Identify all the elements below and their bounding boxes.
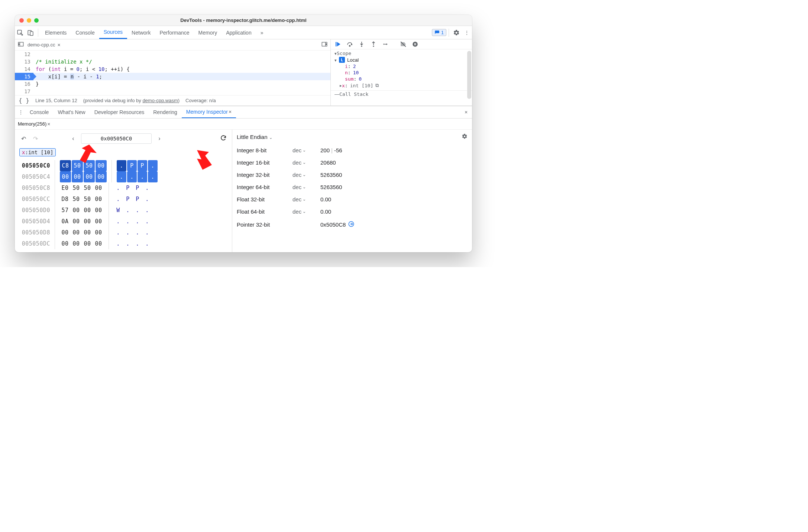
hex-byte[interactable]: 00 <box>96 171 107 182</box>
hex-byte[interactable]: 00 <box>71 238 82 249</box>
tab-console[interactable]: Console <box>71 26 99 39</box>
close-file-icon[interactable]: × <box>57 42 60 48</box>
value-format-select[interactable]: dec ⌄ <box>293 159 320 166</box>
value-format-select[interactable]: dec ⌄ <box>293 147 320 153</box>
hex-byte[interactable]: 50 <box>84 160 95 171</box>
settings-icon[interactable] <box>451 29 462 36</box>
hex-byte[interactable]: 00 <box>71 216 82 227</box>
scope-variable[interactable]: i:2 <box>331 63 472 69</box>
hex-byte[interactable]: 00 <box>96 160 107 171</box>
hex-row[interactable]: 005050C400000000.... <box>19 171 227 182</box>
hex-view[interactable]: 005050C0C8505000.PP.005050C400000000....… <box>19 160 227 249</box>
hex-byte[interactable]: 00 <box>93 194 104 205</box>
more-tabs-button[interactable]: » <box>256 26 268 39</box>
minimize-window-button[interactable] <box>27 18 31 23</box>
code-line[interactable]: 15 x[i] = n - i - 1; <box>15 73 330 80</box>
inspect-icon[interactable] <box>15 29 25 36</box>
resume-icon[interactable] <box>334 41 342 48</box>
scope-section-header[interactable]: Scope <box>331 50 472 56</box>
jump-to-pointer-icon[interactable] <box>348 221 355 228</box>
hex-byte[interactable]: 50 <box>82 194 93 205</box>
close-drawer-tab-icon[interactable]: × <box>229 109 232 115</box>
hex-byte[interactable]: 00 <box>82 227 93 238</box>
zoom-window-button[interactable] <box>34 18 39 23</box>
code-line[interactable]: 17 <box>15 88 330 95</box>
hex-byte[interactable]: 50 <box>71 182 82 194</box>
step-icon[interactable] <box>381 42 390 47</box>
pretty-print-icon[interactable]: { } <box>19 97 29 104</box>
hex-byte[interactable]: 00 <box>59 227 71 238</box>
code-editor[interactable]: 1213/* initialize x */14for (int i = 0; … <box>15 51 330 95</box>
step-into-icon[interactable] <box>358 41 366 47</box>
issues-badge[interactable]: 1 <box>432 29 446 36</box>
drawer-tab-console[interactable]: Console <box>25 106 53 118</box>
tab-elements[interactable]: Elements <box>41 26 71 39</box>
scope-local-header[interactable]: LLocal <box>331 56 472 63</box>
hex-row[interactable]: 005050D057000000W... <box>19 205 227 216</box>
hex-byte[interactable]: 50 <box>82 182 93 194</box>
hex-byte[interactable]: 00 <box>84 171 95 182</box>
code-line[interactable]: 13/* initialize x */ <box>15 58 330 65</box>
toggle-navigator-icon[interactable] <box>18 41 24 48</box>
scope-variable[interactable]: sum:0 <box>331 76 472 82</box>
address-input[interactable]: 0x005050C0 <box>81 133 152 144</box>
close-drawer-icon[interactable]: × <box>462 109 471 115</box>
history-forward-icon[interactable]: ↷ <box>31 135 39 142</box>
step-over-icon[interactable] <box>346 41 354 48</box>
hex-byte[interactable]: 50 <box>71 194 82 205</box>
hex-row[interactable]: 005050C8E0505000.PP. <box>19 182 227 194</box>
hex-byte[interactable]: 0A <box>59 216 71 227</box>
drawer-tab-what-s-new[interactable]: What's New <box>53 106 90 118</box>
hex-row[interactable]: 005050DC00000000.... <box>19 238 227 249</box>
hex-byte[interactable]: 00 <box>93 205 104 216</box>
endianness-select[interactable]: Little Endian ⌄ <box>237 134 272 140</box>
tab-performance[interactable]: Performance <box>155 26 194 39</box>
hex-byte[interactable]: 00 <box>82 205 93 216</box>
hex-byte[interactable]: 00 <box>72 171 83 182</box>
hex-byte[interactable]: 57 <box>59 205 71 216</box>
step-out-icon[interactable] <box>369 41 378 47</box>
hex-row[interactable]: 005050D800000000.... <box>19 227 227 238</box>
hex-byte[interactable]: 50 <box>72 160 83 171</box>
drawer-more-icon[interactable]: ⋮ <box>16 109 25 115</box>
hex-byte[interactable]: E0 <box>59 182 71 194</box>
hex-byte[interactable]: 00 <box>82 216 93 227</box>
hex-row[interactable]: 005050D40A000000.... <box>19 216 227 227</box>
drawer-tab-memory-inspector[interactable]: Memory Inspector × <box>182 106 236 118</box>
hex-byte[interactable]: 00 <box>71 227 82 238</box>
tab-memory[interactable]: Memory <box>194 26 222 39</box>
memory-tab[interactable]: Memory(256) <box>18 121 46 127</box>
value-settings-icon[interactable] <box>462 133 468 140</box>
hex-byte[interactable]: 00 <box>59 238 71 249</box>
code-line[interactable]: 14for (int i = 0; i < 10; ++i) { <box>15 65 330 73</box>
scrollbar[interactable] <box>467 51 471 99</box>
code-line[interactable]: 16} <box>15 80 330 88</box>
hex-byte[interactable]: D8 <box>59 194 71 205</box>
reveal-in-memory-icon[interactable]: ⧉ <box>375 82 379 88</box>
scope-variable[interactable]: ▸ x:int [10]⧉ <box>331 82 472 89</box>
value-format-select[interactable]: dec ⌄ <box>293 184 320 190</box>
hex-byte[interactable]: 00 <box>93 227 104 238</box>
tab-sources[interactable]: Sources <box>99 26 127 39</box>
hex-byte[interactable]: C8 <box>60 160 71 171</box>
refresh-icon[interactable] <box>219 134 227 143</box>
value-format-select[interactable]: dec ⌄ <box>293 172 320 178</box>
scope-variable[interactable]: n:10 <box>331 69 472 76</box>
callstack-section-header[interactable]: — Call Stack <box>331 90 472 97</box>
page-forward-icon[interactable]: › <box>155 135 164 142</box>
tab-network[interactable]: Network <box>127 26 155 39</box>
hex-byte[interactable]: 00 <box>93 182 104 194</box>
kebab-menu-icon[interactable]: ⋮ <box>462 30 472 36</box>
page-back-icon[interactable]: ‹ <box>69 135 77 142</box>
object-chip[interactable]: x: int [10] <box>19 148 56 156</box>
history-back-icon[interactable]: ↶ <box>19 135 28 142</box>
hex-byte[interactable]: 00 <box>93 238 104 249</box>
drawer-tab-rendering[interactable]: Rendering <box>149 106 182 118</box>
deactivate-breakpoints-icon[interactable] <box>399 41 407 48</box>
pause-on-exceptions-icon[interactable] <box>411 41 419 48</box>
debug-wasm-link[interactable]: demo-cpp.wasm <box>142 98 178 103</box>
value-format-select[interactable]: dec ⌄ <box>293 208 320 215</box>
close-memory-tab-icon[interactable]: × <box>47 121 50 127</box>
device-toolbar-icon[interactable] <box>25 29 36 36</box>
value-format-select[interactable]: dec ⌄ <box>293 196 320 202</box>
